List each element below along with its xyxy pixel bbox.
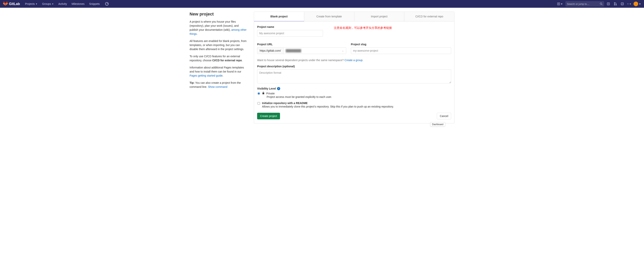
info-paragraph: Information about additional Pages templ… (190, 66, 248, 78)
svg-point-1 (600, 3, 602, 4)
project-type-tabs: Blank project Create from template Impor… (254, 11, 454, 21)
issues-icon (607, 2, 610, 5)
namespace-select[interactable]: ████████ ⌄ (283, 47, 346, 54)
visibility-private-title: Private (266, 92, 275, 95)
plus-square-icon (557, 2, 560, 5)
info-paragraph: All features are enabled for blank proje… (190, 39, 248, 51)
url-prefix: https://gitlab.com/ (257, 47, 283, 54)
merge-request-icon (614, 2, 617, 5)
nav-projects[interactable]: Projects▼ (23, 1, 39, 7)
nav-groups[interactable]: Groups▼ (40, 1, 56, 7)
user-avatar (634, 1, 638, 6)
tab-blank-project[interactable]: Blank project (254, 12, 304, 21)
issues-button[interactable] (606, 2, 610, 6)
help-icon: ? (627, 2, 628, 5)
todos-button[interactable] (620, 2, 624, 6)
nav-milestones[interactable]: Milestones (70, 1, 86, 7)
namespace-hint: Want to house several dependent projects… (257, 59, 451, 62)
show-command-link[interactable]: Show command (208, 85, 227, 88)
project-slug-label: Project slug (351, 43, 451, 46)
create-new-button[interactable]: ▼ (556, 2, 564, 6)
visibility-label: Visibility Level ? (257, 87, 451, 90)
description-input[interactable] (257, 69, 451, 83)
create-group-link[interactable]: Create a group. (344, 59, 363, 62)
user-menu[interactable]: ▼ (634, 1, 641, 6)
help-icon[interactable]: ? (277, 87, 280, 90)
project-slug-input[interactable] (351, 47, 451, 54)
project-name-input[interactable] (257, 30, 323, 36)
help-button[interactable]: ? ▼ (627, 2, 631, 6)
visibility-private-radio[interactable] (258, 92, 260, 95)
svg-text:?: ? (628, 4, 628, 4)
readme-checkbox[interactable] (258, 102, 260, 105)
lock-icon (262, 92, 265, 95)
create-project-button[interactable]: Create project (257, 113, 280, 119)
chevron-down-icon: ▼ (639, 3, 641, 5)
new-project-form: Project name 注意命名规则，可以参考开头分享的参考链接 Projec… (254, 21, 454, 123)
project-url-label: Project URL (257, 43, 346, 46)
tab-import-project[interactable]: Import project (354, 12, 404, 21)
cancel-button[interactable]: Cancel (437, 113, 451, 119)
tab-cicd-external[interactable]: CI/CD for external repo (404, 12, 454, 21)
info-paragraph: A project is where you house your files … (190, 20, 248, 36)
search-icon (600, 2, 602, 5)
readme-title: Initialize repository with a README (262, 102, 394, 105)
pages-guide-link[interactable]: Pages getting started guide (190, 74, 222, 77)
gauge-button[interactable] (102, 0, 110, 7)
namespace-value: ████████ (286, 49, 301, 52)
tanuki-icon (3, 1, 8, 7)
visibility-private-desc: Project access must be granted explicitl… (266, 95, 451, 98)
project-name-label: Project name (257, 25, 323, 28)
nav-snippets[interactable]: Snippets (87, 1, 102, 7)
chevron-down-icon: ▼ (629, 3, 631, 5)
info-paragraph: To only use CI/CD features for an extern… (190, 54, 248, 62)
brand-text: GitLab (9, 2, 20, 6)
chevron-down-icon: ▼ (52, 3, 54, 5)
dashboard-tooltip: Dashboard (430, 122, 445, 126)
merge-requests-button[interactable] (614, 2, 617, 6)
svg-point-4 (614, 2, 615, 3)
todos-icon (621, 2, 624, 5)
readme-desc: Allows you to immediately clone this pro… (262, 105, 394, 108)
tab-create-from-template[interactable]: Create from template (304, 12, 354, 21)
gauge-icon (105, 2, 108, 5)
search-input[interactable] (567, 2, 600, 5)
search-box[interactable] (566, 1, 604, 6)
svg-point-6 (616, 4, 616, 5)
page-title: New project (190, 11, 248, 17)
nav-activity[interactable]: Activity (56, 1, 69, 7)
chevron-down-icon: ▼ (561, 3, 563, 5)
info-paragraph: Tip: You can also create a project from … (190, 81, 248, 89)
description-label: Project description (optional) (257, 65, 451, 68)
svg-rect-10 (262, 93, 264, 94)
gitlab-logo[interactable]: GitLab (3, 1, 20, 7)
info-sidebar: New project A project is where you house… (190, 11, 248, 126)
top-navbar: GitLab Projects▼ Groups▼ Activity Milest… (0, 0, 644, 8)
svg-point-3 (608, 3, 609, 4)
svg-point-5 (614, 4, 615, 5)
chevron-down-icon: ⌄ (342, 49, 344, 52)
naming-annotation: 注意命名规则，可以参考开头分享的参考链接 (334, 26, 392, 30)
chevron-down-icon: ▼ (36, 3, 38, 5)
